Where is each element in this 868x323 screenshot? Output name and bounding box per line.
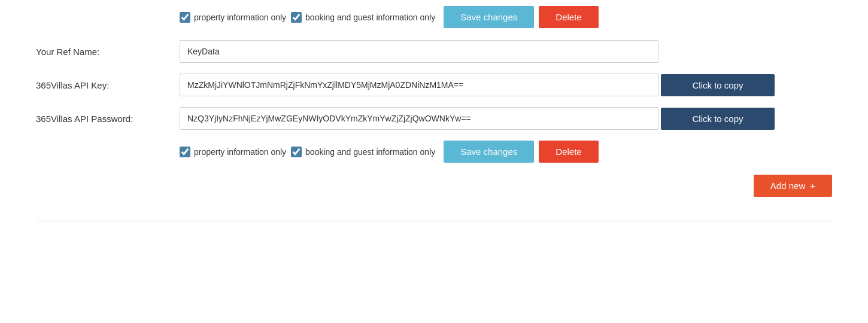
plus-icon: + <box>810 181 815 191</box>
api-key-label: 365Villas API Key: <box>36 80 180 90</box>
property-info-checkbox-wrapper-top: property information only <box>180 12 286 23</box>
save-changes-button-top[interactable]: Save changes <box>444 6 534 28</box>
property-info-checkbox-top[interactable] <box>180 12 190 23</box>
api-password-copy-button[interactable]: Click to copy <box>661 108 775 130</box>
bottom-divider <box>36 221 832 221</box>
delete-button-bottom[interactable]: Delete <box>539 141 598 163</box>
add-new-label: Add new <box>770 181 805 191</box>
property-info-checkbox-wrapper-bottom: property information only <box>180 147 286 157</box>
booking-info-checkbox-wrapper-top: booking and guest information only <box>291 12 435 23</box>
toolbar-top-row: property information only booking and gu… <box>36 6 832 28</box>
add-new-row: Add new + <box>36 175 832 197</box>
booking-info-checkbox-top[interactable] <box>291 12 302 23</box>
api-password-row: 365Villas API Password: Click to copy <box>36 107 832 130</box>
booking-info-checkbox-bottom[interactable] <box>291 147 302 157</box>
api-key-input[interactable] <box>180 74 658 96</box>
ref-name-row: Your Ref Name: <box>36 40 832 63</box>
ref-name-input[interactable] <box>180 40 658 63</box>
api-password-label: 365Villas API Password: <box>36 114 180 124</box>
booking-info-checkbox-wrapper-bottom: booking and guest information only <box>291 147 435 157</box>
add-new-button[interactable]: Add new + <box>754 175 832 197</box>
property-info-label-bottom: property information only <box>194 147 286 157</box>
delete-button-top[interactable]: Delete <box>539 6 598 28</box>
booking-info-label-top: booking and guest information only <box>305 13 435 22</box>
property-info-checkbox-bottom[interactable] <box>180 147 190 157</box>
ref-name-label: Your Ref Name: <box>36 47 180 57</box>
api-key-row: 365Villas API Key: Click to copy <box>36 74 832 96</box>
toolbar-bottom-row: property information only booking and gu… <box>36 141 832 163</box>
save-changes-button-bottom[interactable]: Save changes <box>444 141 534 163</box>
property-info-label-top: property information only <box>194 13 286 22</box>
api-key-copy-button[interactable]: Click to copy <box>661 74 775 96</box>
api-password-input[interactable] <box>180 107 658 130</box>
booking-info-label-bottom: booking and guest information only <box>305 147 435 157</box>
